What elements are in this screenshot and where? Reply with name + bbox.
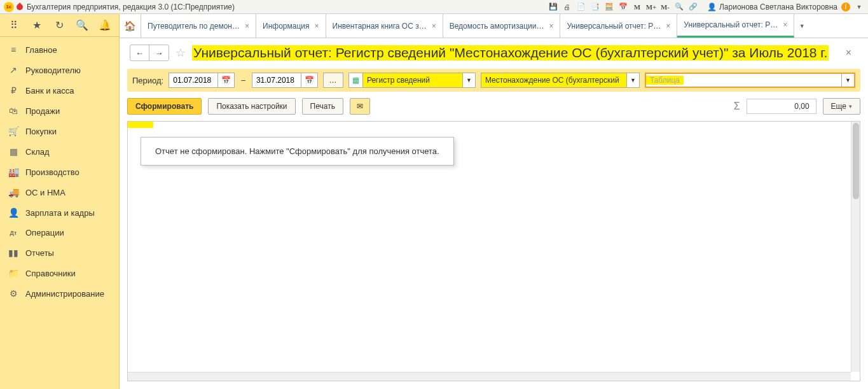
combo-text: Регистр сведений	[363, 76, 434, 85]
tab-label: Универсальный отчет: Р…	[567, 22, 661, 31]
calc-icon[interactable]: 🧮	[604, 2, 614, 12]
info-icon[interactable]: i	[841, 3, 850, 11]
close-page-button[interactable]: ×	[839, 47, 858, 59]
apps-icon[interactable]: ⠿	[7, 18, 21, 32]
generate-button[interactable]: Сформировать	[127, 98, 202, 115]
user-block[interactable]: 👤 Ларионова Светлана Викторовна	[707, 3, 837, 11]
favorite-toggle[interactable]: ☆	[176, 46, 186, 60]
scrollbar-thumb[interactable]	[853, 123, 859, 199]
tab-universal-1[interactable]: Универсальный отчет: Р…×	[560, 14, 677, 38]
search-icon[interactable]: 🔍	[75, 18, 89, 32]
close-icon[interactable]: ×	[432, 22, 436, 31]
sidebar-item-main[interactable]: ≡Главное	[0, 39, 119, 60]
date-from-input[interactable]	[169, 73, 217, 87]
report-viewer[interactable]: Отчет не сформирован. Нажмите "Сформиров…	[127, 121, 860, 381]
horizontal-scrollbar[interactable]	[128, 372, 851, 381]
source-object-combo[interactable]: Местонахождение ОС (бухгалтерский ▼	[481, 73, 640, 88]
titlebar-menu-caret[interactable]: ▼	[854, 2, 864, 12]
truck-icon: 🚚	[8, 187, 19, 197]
sidebar-item-label: Зарплата и кадры	[25, 208, 95, 218]
sidebar-item-reports[interactable]: ▮▮Отчеты	[0, 243, 119, 263]
sidebar-item-label: Продажи	[25, 106, 60, 116]
close-icon[interactable]: ×	[783, 20, 787, 29]
action-bar: Сформировать Показать настройки Печать ✉…	[127, 98, 860, 115]
save-icon[interactable]: 💾	[548, 2, 558, 12]
combo-placeholder: Таблица	[646, 76, 684, 85]
close-icon[interactable]: ×	[549, 22, 553, 31]
source-type-combo[interactable]: ▦ Регистр сведений ▼	[348, 73, 476, 88]
sidebar-item-label: Администрирование	[25, 289, 104, 299]
close-icon[interactable]: ×	[314, 22, 319, 31]
sidebar-item-sales[interactable]: 🛍Продажи	[0, 101, 119, 121]
tab-info[interactable]: Информация×	[256, 14, 326, 38]
tab-home[interactable]: 🏠	[120, 14, 141, 38]
zoom-icon[interactable]: 🔍	[674, 2, 684, 12]
back-button[interactable]: ←	[130, 45, 149, 60]
doc-icon[interactable]: 📄	[576, 2, 586, 12]
tab-inventory-book[interactable]: Инвентарная книга ОС з…×	[326, 14, 443, 38]
sidebar-item-references[interactable]: 📁Справочники	[0, 263, 119, 283]
tab-label: Ведомость амортизации…	[450, 22, 544, 31]
favorite-icon[interactable]: ★	[30, 18, 44, 32]
compare-icon[interactable]: 📑	[590, 2, 600, 12]
sidebar-item-bank[interactable]: ₽Банк и касса	[0, 80, 119, 101]
send-mail-button[interactable]: ✉	[350, 98, 370, 115]
history-icon[interactable]: ↻	[52, 18, 66, 32]
bag-icon: 🛍	[8, 106, 19, 116]
memory-mminus-button[interactable]: M-	[660, 2, 670, 12]
sidebar-item-admin[interactable]: ⚙Администрирование	[0, 283, 119, 304]
sidebar-item-assets[interactable]: 🚚ОС и НМА	[0, 182, 119, 202]
tabs-overflow-button[interactable]: ▼	[794, 14, 809, 38]
sidebar-item-manager[interactable]: ↗Руководителю	[0, 60, 119, 80]
close-icon[interactable]: ×	[245, 22, 249, 31]
table-combo[interactable]: Таблица ▼	[645, 73, 855, 88]
title-bar: 1c Бухгалтерия предприятия, редакция 3.0…	[0, 0, 868, 14]
more-button[interactable]: Еще ▾	[823, 98, 860, 115]
date-to-input[interactable]	[252, 73, 301, 87]
sidebar-item-operations[interactable]: ДтОперации	[0, 223, 119, 243]
report-placeholder-message: Отчет не сформирован. Нажмите "Сформиров…	[141, 137, 454, 166]
menu-icon: ≡	[8, 45, 19, 55]
combo-text: Местонахождение ОС (бухгалтерский	[481, 76, 623, 85]
calendar-icon[interactable]: 📅	[301, 73, 317, 87]
sidebar-item-label: Руководителю	[25, 66, 81, 75]
sidebar-item-production[interactable]: 🏭Производство	[0, 162, 119, 182]
content-area: 🏠 Путеводитель по демон…× Информация× Ин…	[120, 14, 868, 389]
chevron-down-icon[interactable]: ▼	[626, 73, 639, 87]
print-icon[interactable]: 🖨	[562, 2, 572, 12]
calendar-icon[interactable]: 📅	[618, 2, 628, 12]
tab-bar: 🏠 Путеводитель по демон…× Информация× Ин…	[120, 14, 868, 38]
user-icon: 👤	[707, 3, 717, 11]
tab-universal-2[interactable]: Универсальный отчет: Р…×	[677, 14, 794, 38]
tab-depreciation[interactable]: Ведомость амортизации…×	[443, 14, 561, 38]
tab-guide[interactable]: Путеводитель по демон…×	[141, 14, 256, 38]
sidebar-item-hr[interactable]: 👤Зарплата и кадры	[0, 202, 119, 223]
chevron-down-icon[interactable]: ▼	[462, 73, 475, 87]
memory-mplus-button[interactable]: M+	[646, 2, 656, 12]
page-header: ← → ☆ Универсальный отчет: Регистр сведе…	[120, 38, 868, 65]
notifications-icon[interactable]: 🔔	[98, 18, 112, 32]
sidebar-item-label: Банк и касса	[25, 86, 74, 95]
memory-m-button[interactable]: M	[632, 2, 642, 12]
gear-icon: ⚙	[8, 288, 19, 299]
print-button[interactable]: Печать	[302, 98, 343, 115]
sidebar-item-purchases[interactable]: 🛒Покупки	[0, 121, 119, 141]
period-dash: –	[240, 76, 247, 85]
sidebar-item-warehouse[interactable]: ▦Склад	[0, 141, 119, 162]
period-picker-button[interactable]: …	[323, 73, 343, 88]
period-label: Период:	[132, 76, 163, 85]
chevron-down-icon: ▼	[799, 23, 805, 29]
bars-icon: ▮▮	[8, 248, 19, 258]
link-icon[interactable]: 🔗	[688, 2, 698, 12]
close-icon[interactable]: ×	[666, 22, 670, 31]
date-to-field[interactable]: 📅	[252, 73, 318, 88]
sum-value: 0,00	[747, 99, 816, 114]
vertical-scrollbar[interactable]	[851, 122, 860, 372]
forward-button[interactable]: →	[149, 45, 169, 60]
calendar-icon[interactable]: 📅	[217, 73, 234, 87]
chevron-down-icon[interactable]: ▼	[841, 74, 854, 87]
factory-icon: 🏭	[8, 167, 19, 177]
sidebar-item-label: ОС и НМА	[25, 188, 65, 197]
date-from-field[interactable]: 📅	[169, 73, 235, 88]
show-settings-button[interactable]: Показать настройки	[208, 98, 295, 115]
